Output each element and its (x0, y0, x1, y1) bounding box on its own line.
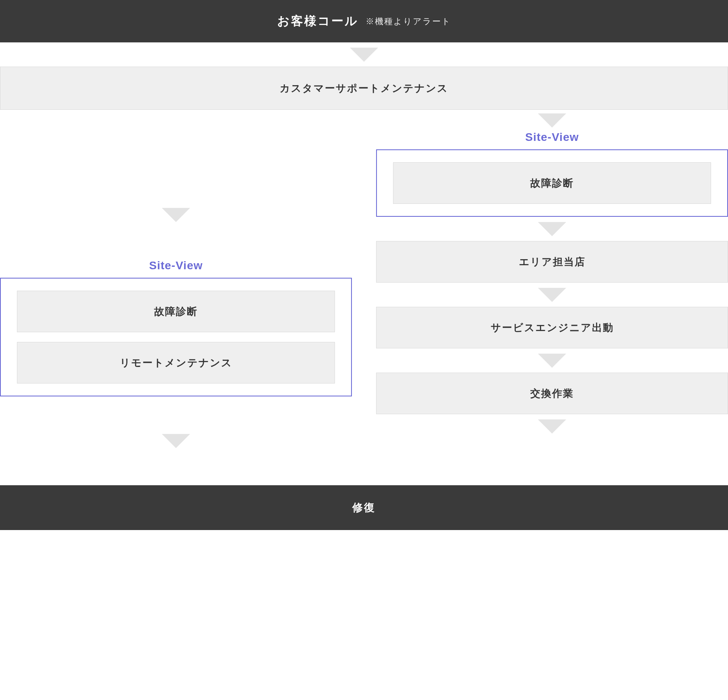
spacer (0, 453, 352, 485)
arrow-down-icon (0, 429, 352, 453)
svg-marker-1 (162, 208, 190, 222)
box-label: サービスエンジニア出動 (491, 322, 614, 333)
box-label: 故障診断 (530, 177, 574, 189)
arrow-down-icon (376, 283, 728, 307)
box-fault-diagnosis: 故障診断 (393, 162, 711, 204)
left-column: Site-View 故障診断 リモートメンテナンス (0, 110, 352, 485)
box-customer-support-maintenance: カスタマーサポートメンテナンス (0, 67, 728, 110)
box-label: リモートメンテナンス (120, 357, 232, 368)
site-view-frame-left: 故障診断 リモートメンテナンス (0, 278, 352, 396)
svg-marker-5 (538, 288, 566, 302)
box-remote-maintenance: リモートメンテナンス (17, 342, 335, 384)
box-replacement-work: 交換作業 (376, 373, 728, 414)
box-label: 故障診断 (154, 306, 198, 317)
site-view-label: Site-View (0, 259, 352, 272)
arrow-down-icon (376, 110, 728, 131)
columns-container: Site-View 故障診断 リモートメンテナンス Site-View (0, 110, 728, 485)
header-main-text: お客様コール (277, 13, 358, 29)
svg-marker-0 (350, 48, 378, 62)
site-view-label: Site-View (376, 131, 728, 144)
right-column: Site-View 故障診断 エリア担当店 サービスエンジニア出動 交換作業 (376, 110, 728, 438)
arrow-down-icon (0, 203, 352, 227)
box-label: 交換作業 (530, 388, 574, 399)
svg-marker-4 (538, 222, 566, 236)
box-label: エリア担当店 (519, 256, 586, 267)
arrow-down-icon (376, 217, 728, 241)
svg-marker-7 (538, 419, 566, 434)
box-fault-diagnosis: 故障診断 (17, 291, 335, 332)
spacer (0, 110, 352, 203)
site-view-frame-right: 故障診断 (376, 149, 728, 217)
svg-marker-2 (162, 434, 190, 448)
arrow-down-icon (0, 42, 728, 67)
box-area-dealer: エリア担当店 (376, 241, 728, 283)
spacer (0, 227, 352, 259)
box-service-engineer-dispatch: サービスエンジニア出動 (376, 307, 728, 348)
footer-text: 修復 (352, 501, 376, 515)
arrow-down-icon (376, 348, 728, 373)
spacer (0, 396, 352, 429)
arrow-down-icon (376, 414, 728, 438)
header-sub-text: ※機種よりアラート (366, 16, 451, 27)
box-label: カスタマーサポートメンテナンス (280, 82, 448, 94)
header-bar: お客様コール ※機種よりアラート (0, 0, 728, 42)
footer-bar: 修復 (0, 485, 728, 530)
svg-marker-6 (538, 354, 566, 368)
svg-marker-3 (538, 113, 566, 128)
